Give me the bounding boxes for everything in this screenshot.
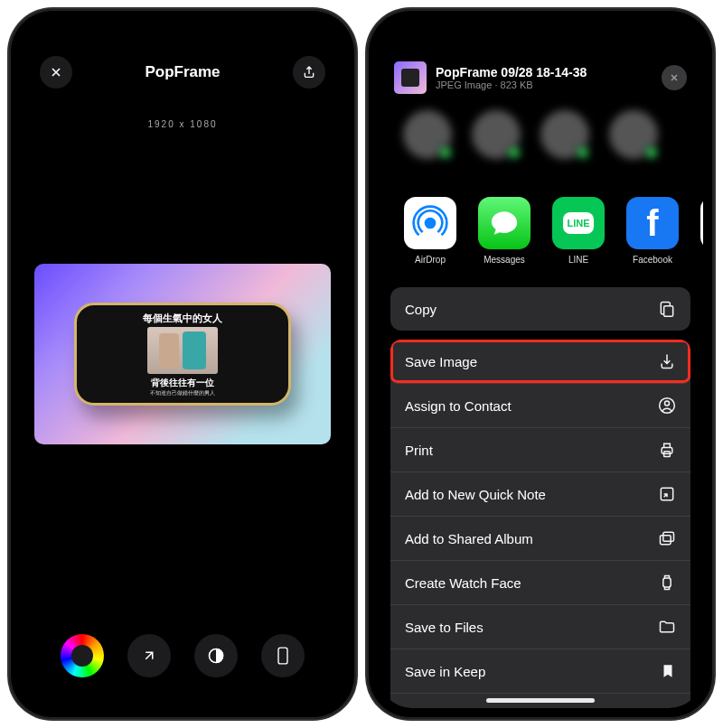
file-meta: JPEG Image · 823 KB	[436, 79, 587, 90]
person-circle-icon	[658, 397, 676, 415]
svg-point-8	[665, 401, 670, 406]
avatar	[609, 110, 658, 159]
avatar	[540, 110, 589, 159]
share-sheet-header: PopFrame 09/28 18-14-38 JPEG Image · 823…	[394, 61, 687, 94]
texture-button[interactable]	[194, 634, 238, 677]
mockup-caption-bottom2: 不知道自己做錯什麼的男人	[150, 389, 215, 397]
contact-suggestion[interactable]	[609, 110, 658, 159]
printer-icon	[658, 441, 676, 459]
app-label: Facebook	[633, 255, 672, 265]
svg-point-2	[426, 219, 435, 228]
line-icon: LINE	[552, 197, 605, 249]
app-chrome[interactable]: Cl	[698, 197, 703, 265]
left-header: PopFrame	[20, 56, 345, 89]
action-save-files[interactable]: Save to Files	[390, 605, 690, 649]
title-wrap: PopFrame	[72, 63, 293, 81]
action-label: Copy	[405, 302, 437, 317]
device-button[interactable]	[261, 634, 305, 677]
page-title: PopFrame	[72, 63, 293, 81]
close-button[interactable]	[40, 56, 72, 89]
watch-icon	[658, 574, 676, 592]
airdrop-icon	[404, 197, 456, 249]
app-label: LINE	[568, 255, 588, 265]
phone-right: PopFrame 09/28 18-14-38 JPEG Image · 823…	[367, 9, 714, 719]
notch	[473, 20, 608, 43]
app-label: Messages	[484, 255, 525, 265]
action-assign-contact[interactable]: Assign to Contact	[390, 384, 690, 428]
actions-list: Copy Save Image Assign to Contact Print	[390, 287, 690, 708]
screen-left: PopFrame 1920 x 1080 每個生氣中的女人 背後往往有一位 不知…	[20, 20, 345, 708]
action-quick-note[interactable]: Add to New Quick Note	[390, 472, 690, 517]
screen-right: PopFrame 09/28 18-14-38 JPEG Image · 823…	[378, 20, 703, 708]
avatar	[403, 110, 452, 159]
app-label: AirDrop	[415, 255, 446, 265]
phone-icon	[277, 647, 289, 665]
app-line[interactable]: LINE LINE	[549, 197, 607, 265]
share-icon	[302, 65, 316, 79]
chrome-icon	[700, 197, 703, 249]
half-circle-icon	[207, 647, 225, 665]
download-icon	[658, 352, 676, 370]
contacts-row	[390, 110, 703, 159]
action-shared-album[interactable]: Add to Shared Album	[390, 517, 690, 561]
action-group-main: Save Image Assign to Contact Print Add t…	[390, 340, 690, 708]
action-label: Create Watch Face	[405, 575, 521, 591]
mockup-caption-top: 每個生氣中的女人	[143, 312, 222, 325]
app-facebook[interactable]: f Facebook	[624, 197, 681, 265]
action-copy[interactable]: Copy	[390, 287, 690, 331]
mockup-image	[147, 327, 218, 374]
action-label: Save in Keep	[405, 664, 485, 679]
file-info: PopFrame 09/28 18-14-38 JPEG Image · 823…	[436, 65, 587, 90]
mockup-caption-bottom: 背後往往有一位	[151, 377, 214, 389]
close-icon	[669, 72, 680, 83]
action-print[interactable]: Print	[390, 428, 690, 472]
bookmark-icon	[660, 662, 676, 680]
app-messages[interactable]: Messages	[475, 197, 533, 265]
apps-row: AirDrop Messages LINE LINE f Facebook	[390, 197, 703, 265]
resize-button[interactable]	[127, 634, 171, 677]
action-watch-face[interactable]: Create Watch Face	[390, 561, 690, 605]
action-label: Print	[405, 443, 433, 458]
file-title: PopFrame 09/28 18-14-38	[436, 65, 587, 79]
avatar	[472, 110, 521, 159]
shared-album-icon	[658, 529, 676, 547]
contact-suggestion[interactable]	[540, 110, 589, 159]
svg-rect-1	[278, 648, 287, 664]
bottom-toolbar	[20, 634, 345, 677]
home-indicator[interactable]	[486, 698, 595, 703]
phone-left: PopFrame 1920 x 1080 每個生氣中的女人 背後往往有一位 不知…	[9, 9, 356, 719]
action-label: Save Image	[405, 354, 477, 369]
action-group-copy: Copy	[390, 287, 690, 331]
svg-rect-13	[663, 532, 674, 541]
braces-icon	[658, 706, 676, 708]
color-picker-button[interactable]	[61, 634, 104, 677]
mockup-device: 每個生氣中的女人 背後往往有一位 不知道自己做錯什麼的男人	[74, 303, 291, 406]
svg-rect-14	[663, 578, 671, 587]
action-save-image[interactable]: Save Image	[390, 340, 690, 384]
close-icon	[49, 65, 63, 79]
action-label: Add to New Quick Note	[405, 487, 546, 502]
action-label: Assign to Contact	[405, 398, 512, 414]
action-label: Save to Files	[405, 620, 484, 635]
dimensions-label: 1920 x 1080	[20, 119, 345, 129]
expand-icon	[141, 648, 157, 664]
svg-rect-6	[664, 306, 673, 317]
folder-icon	[658, 618, 676, 636]
share-button[interactable]	[293, 56, 325, 89]
close-share-button[interactable]	[662, 65, 687, 90]
app-airdrop[interactable]: AirDrop	[401, 197, 459, 265]
messages-icon	[478, 197, 531, 249]
contact-suggestion[interactable]	[403, 110, 452, 159]
preview-canvas[interactable]: 每個生氣中的女人 背後往往有一位 不知道自己做錯什麼的男人	[34, 264, 331, 444]
action-label: Add to Shared Album	[405, 531, 533, 546]
file-thumbnail	[394, 61, 427, 94]
action-label: Run Script	[405, 708, 468, 709]
action-save-keep[interactable]: Save in Keep	[390, 649, 690, 694]
copy-icon	[658, 300, 676, 318]
contact-suggestion[interactable]	[472, 110, 521, 159]
notch	[115, 20, 250, 43]
facebook-icon: f	[626, 197, 679, 249]
note-icon	[658, 485, 676, 503]
svg-rect-12	[661, 536, 671, 545]
